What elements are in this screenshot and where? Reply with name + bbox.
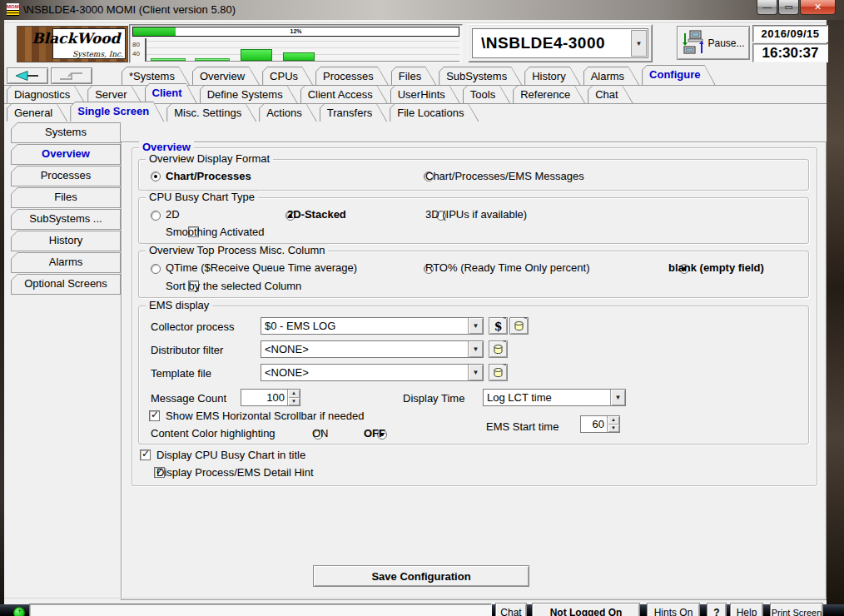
content-color-label: Content Color highlighting: [151, 427, 276, 440]
system-selector[interactable]: \NSBLDE4-3000 ▼: [468, 24, 653, 62]
pause-swap-icon: [682, 30, 703, 57]
sidebar-item-optional-screens[interactable]: Optional Screens: [11, 274, 121, 295]
status-message-field[interactable]: [29, 604, 492, 616]
tab-configure[interactable]: Configure: [642, 65, 715, 85]
print-screen-button[interactable]: Print Screen: [770, 603, 823, 616]
nav-back-button[interactable]: [7, 67, 48, 84]
tab-files[interactable]: Files: [391, 67, 436, 85]
help-button-label: Help: [737, 607, 757, 616]
blackwood-logo-panel: BlackWood Systems, Inc.: [52, 28, 126, 59]
cpu-busy-mini-chart[interactable]: 12% 80 40: [129, 24, 463, 63]
message-count-label: Message Count: [151, 392, 226, 405]
ems-start-time-stepper[interactable]: 60 ▲▼: [580, 415, 620, 433]
momi-icon-text: MOMI: [7, 3, 19, 10]
minimize-icon[interactable]: —: [757, 0, 777, 15]
system-dropdown-arrow-icon[interactable]: ▼: [631, 30, 647, 57]
tab-actions[interactable]: Actions: [259, 103, 317, 122]
nav-forward-button[interactable]: [51, 67, 92, 84]
dollar-icon: $: [494, 320, 503, 333]
template-dropdown-arrow-icon[interactable]: ▼: [468, 365, 483, 380]
tab-define-systems[interactable]: Define Systems: [200, 85, 298, 103]
tab-server[interactable]: Server: [87, 85, 141, 103]
tab-history[interactable]: History: [524, 67, 580, 85]
sidebar-item-history[interactable]: History: [11, 231, 121, 251]
blackwood-logo: BlackWood Systems, Inc.: [17, 26, 128, 62]
collector-process-label: Collector process: [151, 320, 234, 333]
collector-process-select[interactable]: $0 - EMS LOG ▼: [261, 317, 484, 335]
maximize-icon[interactable]: ▭: [778, 0, 799, 15]
tab-alarms[interactable]: Alarms: [583, 67, 639, 85]
tab-single-screen[interactable]: Single Screen: [70, 102, 164, 122]
display-time-select[interactable]: Log LCT time ▼: [483, 389, 626, 406]
sidebar-item-processes[interactable]: Processes: [11, 166, 121, 186]
cpu-busy-progress-bar: 12%: [132, 27, 459, 37]
chat-button-label: Chat: [500, 607, 521, 616]
tab-file-locations[interactable]: File Locations: [390, 103, 479, 122]
distributor-filter-select[interactable]: <NONE> ▼: [261, 340, 484, 358]
save-configuration-button[interactable]: Save Configuration: [313, 565, 529, 587]
sidebar-item-overview[interactable]: Overview: [11, 144, 121, 165]
ems-start-time-value: 60: [581, 416, 607, 432]
momi-window: MOMI \NSBLDE4-3000 MOMI (Client version …: [0, 0, 844, 616]
sidebar-item-alarms[interactable]: Alarms: [11, 252, 121, 273]
cpu-bar-4: [283, 52, 315, 61]
tilde-icon: ˜: [504, 363, 506, 372]
radio-2d[interactable]: [151, 211, 161, 221]
tab-chat[interactable]: Chat: [588, 85, 633, 103]
template-file-picker-button[interactable]: ˜: [489, 364, 508, 381]
tab-misc-settings[interactable]: Misc. Settings: [166, 103, 256, 122]
checkbox-cpu-chart-title[interactable]: [140, 450, 151, 460]
checkbox-ems-scrollbar[interactable]: [149, 410, 160, 421]
checkbox-cpu-chart-title-label: Display CPU Busy Chart in title: [156, 449, 305, 461]
question-button[interactable]: ?: [707, 603, 727, 616]
pause-button-label: Pause...: [707, 37, 744, 49]
collector-file-picker-button[interactable]: ˜: [509, 317, 529, 335]
cpu-busy-plot-area: [145, 38, 459, 62]
sidebar-item-subsystems[interactable]: SubSystems ...: [11, 209, 121, 230]
pause-button[interactable]: Pause...: [677, 26, 750, 60]
radio-chart-processes[interactable]: [151, 171, 161, 181]
spin-up-icon[interactable]: ▲: [288, 390, 300, 398]
tab-transfers[interactable]: Transfers: [320, 103, 387, 122]
tab-client[interactable]: Client: [145, 83, 197, 103]
time-display: 16:30:37: [752, 43, 828, 62]
spin-down-icon[interactable]: ▼: [608, 425, 619, 433]
radio-chart-processes-label: Chart/Processes: [166, 170, 251, 182]
tab-userhints[interactable]: UserHints: [390, 85, 460, 103]
date-value: 2016/09/15: [761, 27, 819, 40]
collector-process-picker-button[interactable]: $ ˜: [489, 317, 508, 335]
chat-button[interactable]: Chat: [495, 603, 527, 616]
radio-blank-label: blank (empty field): [668, 261, 764, 274]
date-display: 2016/09/15: [752, 25, 828, 42]
logon-status-button[interactable]: Not Logged On: [532, 603, 640, 616]
sidebar-item-files[interactable]: Files: [11, 187, 121, 208]
radio-qtime[interactable]: [151, 264, 161, 274]
display-time-dropdown-arrow-icon[interactable]: ▼: [610, 390, 625, 405]
collector-dropdown-arrow-icon[interactable]: ▼: [468, 318, 483, 334]
tab-tools[interactable]: Tools: [463, 85, 510, 103]
template-file-select[interactable]: <NONE> ▼: [261, 364, 484, 381]
disk-file-icon: [493, 344, 504, 355]
message-count-stepper[interactable]: 100 ▲▼: [241, 389, 300, 406]
system-selector-value: \NSBLDE4-3000: [473, 34, 630, 52]
tab-reference[interactable]: Reference: [513, 85, 585, 103]
cpu-busy-percent-label: 12%: [133, 28, 459, 34]
hints-on-button[interactable]: Hints On: [647, 603, 700, 616]
spin-down-icon[interactable]: ▼: [288, 398, 300, 406]
checkbox-smoothing-label: Smoothing Activated: [166, 226, 265, 238]
close-icon[interactable]: ✕: [800, 0, 836, 15]
tab-client-access[interactable]: Client Access: [300, 85, 388, 103]
tab-overview[interactable]: Overview: [192, 67, 260, 85]
tab-subsystems[interactable]: SubSystems: [439, 67, 522, 85]
tab-cpus[interactable]: CPUs: [262, 67, 313, 85]
tab-general[interactable]: General: [7, 103, 67, 122]
help-button[interactable]: Help: [730, 603, 763, 616]
distributor-dropdown-arrow-icon[interactable]: ▼: [468, 341, 483, 357]
distributor-file-picker-button[interactable]: ˜: [489, 340, 508, 358]
tab-processes[interactable]: Processes: [315, 67, 389, 85]
title-bar[interactable]: MOMI \NSBLDE4-3000 MOMI (Client version …: [0, 0, 844, 21]
sidebar-item-systems[interactable]: Systems: [11, 122, 121, 143]
tab-systems[interactable]: *Systems: [122, 67, 190, 85]
spin-up-icon[interactable]: ▲: [608, 416, 619, 425]
tab-diagnostics[interactable]: Diagnostics: [7, 85, 85, 103]
